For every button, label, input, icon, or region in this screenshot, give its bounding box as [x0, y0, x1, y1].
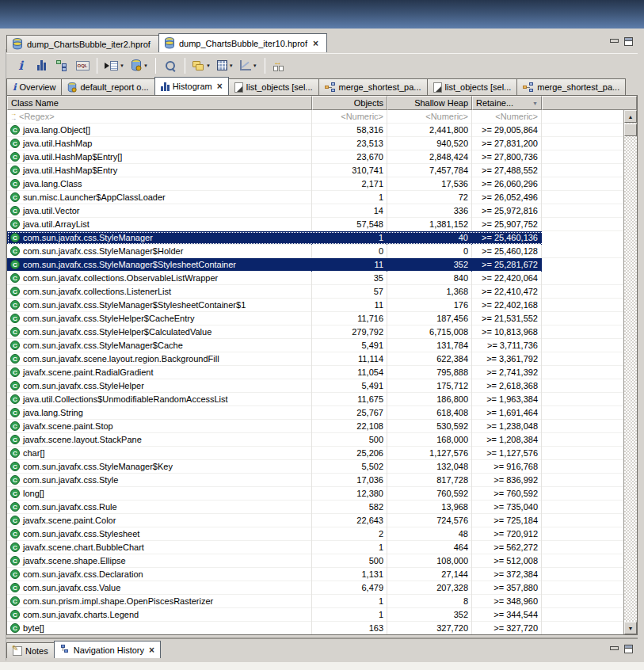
table-row[interactable]: Cjavafx.scene.paint.Color22,643724,576>=… — [7, 514, 623, 527]
scroll-down-icon[interactable]: ▼ — [624, 622, 637, 634]
table-row[interactable]: Cbyte[]163327,720>= 327,720 — [7, 622, 623, 634]
tab-navigation-history[interactable]: Navigation History × — [54, 641, 161, 658]
tab-list-objects-1[interactable]: list_objects [sel... — [228, 78, 319, 95]
shallow-heap-cell: 6,715,008 — [387, 325, 472, 339]
table-row[interactable]: Cjavafx.scene.shape.Ellipse500108,000>= … — [7, 554, 623, 568]
table-row[interactable]: Ccom.sun.javafx.collections.ObservableLi… — [7, 272, 623, 285]
table-row[interactable]: Ccom.sun.javafx.css.StyleManager$Key5,50… — [7, 460, 623, 474]
tab-histogram[interactable]: Histogram × — [154, 77, 229, 95]
histogram-icon — [161, 82, 170, 91]
class-name-cell: Ccom.sun.javafx.collections.ObservableLi… — [7, 272, 312, 285]
scroll-up-icon[interactable]: ▲ — [624, 110, 637, 123]
table-row[interactable]: Cjava.util.Collections$UnmodifiableRando… — [7, 393, 623, 406]
run-expert-report-button[interactable]: ▼ — [102, 56, 127, 75]
numeric-filter-input[interactable]: <Numeric> — [472, 110, 542, 124]
filler-cell — [542, 622, 623, 635]
tab-merge-shortest-2[interactable]: merge_shortest_pa... — [516, 78, 626, 95]
class-name-label: com.sun.javafx.css.StyleHelper$Calculate… — [23, 325, 211, 338]
class-name-label: com.sun.javafx.css.Rule — [23, 501, 117, 513]
maximize-icon[interactable] — [624, 645, 633, 653]
tab-default-report[interactable]: default_report o... — [61, 78, 154, 95]
class-icon: C — [10, 341, 20, 350]
close-icon[interactable]: × — [215, 82, 223, 90]
class-icon: C — [10, 516, 20, 525]
oql-button[interactable]: OQL — [73, 56, 92, 75]
editor-tab-iter2[interactable]: dump_ChartsBubble_iter2.hprof — [6, 35, 159, 52]
tab-list-objects-2[interactable]: list_objects [sel... — [427, 78, 518, 95]
dominator-tree-icon — [56, 60, 67, 71]
table-row[interactable]: Ccom.sun.javafx.css.StyleManager$Stylesh… — [7, 299, 623, 312]
column-header-retained[interactable]: Retaine... ▼ — [472, 96, 542, 110]
compare-button[interactable]: ↔ — [270, 56, 289, 75]
table-row[interactable]: Ccom.sun.prism.impl.shape.OpenPiscesRast… — [7, 595, 623, 608]
table-row[interactable]: Ccom.sun.javafx.css.StyleManager140>= 25… — [7, 231, 623, 245]
table-row[interactable]: Ccom.sun.javafx.charts.Legend1352>= 344,… — [7, 608, 623, 622]
tab-overview[interactable]: i Overview — [6, 78, 62, 95]
retained-heap-cell: >= 512,008 — [472, 554, 542, 568]
table-row[interactable]: Cjava.lang.Object[]58,3162,441,800>= 29,… — [7, 124, 623, 137]
table-row[interactable]: Ccom.sun.javafx.css.Value6,479207,328>= … — [7, 581, 623, 595]
class-name-cell: Csun.misc.Launcher$AppClassLoader — [7, 191, 312, 204]
close-icon[interactable]: × — [147, 646, 154, 654]
tab-merge-shortest-1[interactable]: merge_shortest_pa... — [318, 78, 428, 95]
close-icon[interactable]: × — [311, 40, 318, 48]
table-row[interactable]: Cjava.util.HashMap23,513940,520>= 27,831… — [7, 137, 623, 150]
objects-cell: 279,792 — [312, 325, 387, 339]
numeric-filter-input[interactable]: <Numeric> — [312, 110, 387, 124]
overview-button[interactable]: i — [11, 56, 30, 75]
table-row[interactable]: Ccom.sun.javafx.css.StyleManager$Cache5,… — [7, 339, 623, 352]
table-row[interactable]: Ccom.sun.javafx.css.Style17,036817,728>=… — [7, 474, 623, 487]
table-row[interactable]: Ccom.sun.javafx.css.StyleManager$Stylesh… — [7, 258, 623, 272]
retained-heap-cell: >= 2,741,392 — [472, 366, 542, 379]
export-button[interactable]: ▼ — [238, 56, 260, 75]
group-by-button[interactable]: ▼ — [190, 56, 213, 75]
histogram-button[interactable] — [32, 56, 51, 75]
maximize-icon[interactable] — [624, 37, 633, 46]
table-row[interactable]: Ccom.sun.javafx.css.Stylesheet248>= 720,… — [7, 527, 623, 541]
shallow-heap-cell: 1,127,576 — [387, 447, 472, 460]
table-row[interactable]: Cjava.util.Vector14336>= 25,972,816 — [7, 204, 623, 218]
class-icon: C — [10, 448, 20, 458]
table-row[interactable]: Cjavafx.scene.paint.Stop22,108530,592>= … — [7, 420, 623, 433]
tab-notes[interactable]: Notes — [6, 642, 55, 658]
calculate-retained-size-button[interactable]: ▼ — [215, 56, 236, 75]
table-row[interactable]: Ccom.sun.javafx.scene.layout.region.Back… — [7, 352, 623, 366]
table-row[interactable]: Csun.misc.Launcher$AppClassLoader172>= 2… — [7, 191, 623, 204]
table-row[interactable]: Cjavafx.scene.layout.StackPane500168,000… — [7, 433, 623, 447]
bottom-view-tab-bar: Notes Navigation History × — [6, 638, 638, 658]
tab-label: list_objects [sel... — [445, 82, 512, 92]
table-row[interactable]: Cjava.lang.Class2,17117,536>= 26,060,296 — [7, 177, 623, 191]
table-row[interactable]: Ccom.sun.javafx.collections.ListenerList… — [7, 285, 623, 299]
table-row[interactable]: Cjava.util.ArrayList57,5481,381,152>= 25… — [7, 218, 623, 231]
column-header-objects[interactable]: Objects — [312, 96, 387, 110]
table-row[interactable]: Cjava.lang.String25,767618,408>= 1,691,4… — [7, 406, 623, 420]
table-row[interactable]: Ccom.sun.javafx.css.StyleHelper$CacheEnt… — [7, 312, 623, 325]
shallow-heap-cell: 336 — [387, 204, 472, 218]
editor-tab-iter10[interactable]: dump_ChartsBubble_iter10.hprof × — [158, 33, 327, 52]
numeric-filter-input[interactable]: <Numeric> — [387, 110, 472, 124]
minimize-icon[interactable] — [609, 645, 618, 653]
table-row[interactable]: Ccom.sun.javafx.css.StyleHelper5,491175,… — [7, 379, 623, 393]
table-row[interactable]: Cchar[]25,2061,127,576>= 1,127,576 — [7, 447, 623, 460]
table-row[interactable]: Cjavafx.scene.chart.BubbleChart1464>= 56… — [7, 541, 623, 554]
query-browser-button[interactable] — [161, 56, 180, 75]
scrollbar-thumb[interactable] — [624, 124, 637, 136]
table-row[interactable]: Ccom.sun.javafx.css.Declaration1,13127,1… — [7, 568, 623, 581]
vertical-scrollbar[interactable]: ▲ ▼ — [623, 110, 637, 634]
column-header-class-name[interactable]: Class Name — [7, 96, 312, 110]
class-name-label: java.util.HashMap — [23, 137, 92, 150]
table-row[interactable]: Cjava.util.HashMap$Entry310,7417,457,784… — [7, 164, 623, 177]
heap-dump-actions-button[interactable]: ▼ — [128, 56, 151, 75]
shallow-heap-cell: 464 — [387, 541, 472, 554]
minimize-icon[interactable] — [609, 38, 618, 45]
column-header-shallow-heap[interactable]: Shallow Heap — [387, 96, 472, 110]
regex-filter-input[interactable]: →→ <Regex> — [7, 110, 312, 124]
table-row[interactable]: Ccom.sun.javafx.css.StyleHelper$Calculat… — [7, 325, 623, 339]
table-row[interactable]: Cjava.util.HashMap$Entry[]23,6702,848,42… — [7, 150, 623, 164]
table-row[interactable]: Clong[]12,380760,592>= 760,592 — [7, 487, 623, 501]
dominator-tree-button[interactable] — [52, 56, 71, 75]
shallow-heap-cell: 530,592 — [387, 420, 472, 433]
table-row[interactable]: Ccom.sun.javafx.css.Rule58213,968>= 735,… — [7, 501, 623, 514]
table-row[interactable]: Cjavafx.scene.paint.RadialGradient11,054… — [7, 366, 623, 379]
table-row[interactable]: Ccom.sun.javafx.css.StyleManager$Holder0… — [7, 245, 623, 258]
